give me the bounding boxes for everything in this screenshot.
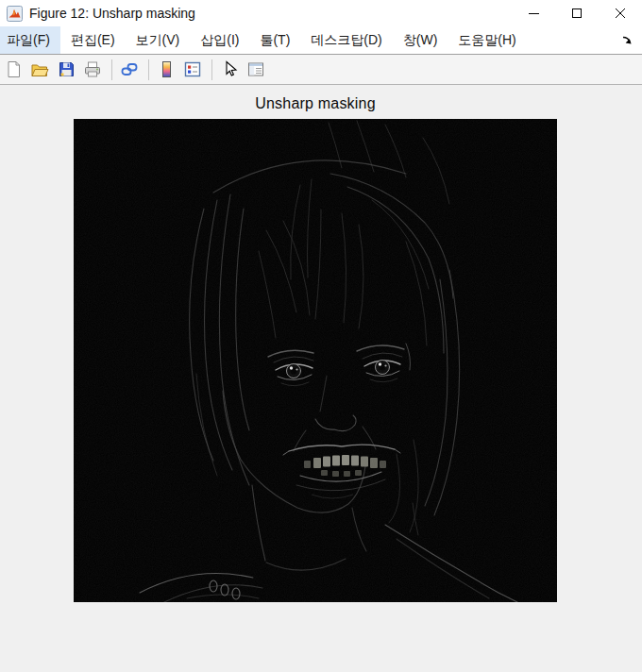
matlab-figure-window: Figure 12: Unsharp masking 파일(F) 편집(E) 보… — [0, 0, 642, 672]
new-figure-button[interactable] — [1, 58, 25, 82]
save-figure-button[interactable] — [54, 58, 78, 82]
arrow-cursor-icon — [221, 60, 239, 78]
insert-colorbar-button[interactable] — [154, 58, 178, 82]
dock-figure-button[interactable] — [621, 26, 634, 54]
matlab-logo-icon — [7, 6, 23, 22]
maximize-button[interactable] — [555, 0, 599, 26]
menu-view[interactable]: 보기(V) — [126, 26, 191, 54]
print-figure-button[interactable] — [80, 58, 105, 82]
figure-toolbar — [0, 55, 642, 85]
colorbar-icon — [158, 60, 176, 78]
insert-legend-button[interactable] — [180, 58, 205, 82]
menu-tools-label: 툴(T) — [260, 32, 290, 49]
printer-icon — [83, 60, 102, 78]
window-controls — [512, 0, 642, 26]
new-document-icon — [5, 60, 23, 78]
menu-window-label: 창(W) — [403, 32, 438, 49]
window-title: Figure 12: Unsharp masking — [29, 6, 195, 21]
toolbar-separator — [148, 59, 149, 80]
menu-tools[interactable]: 툴(T) — [249, 26, 300, 54]
edit-plot-button[interactable] — [217, 58, 242, 82]
menu-bar: 파일(F) 편집(E) 보기(V) 삽입(I) 툴(T) 데스크탑(D) 창(W… — [0, 26, 642, 55]
dock-figure-arrow-icon — [621, 34, 634, 46]
menu-window[interactable]: 창(W) — [393, 26, 448, 54]
link-plot-button[interactable] — [117, 58, 142, 82]
minimize-icon — [529, 13, 539, 14]
menu-insert[interactable]: 삽입(I) — [190, 26, 249, 54]
menu-view-label: 보기(V) — [136, 32, 180, 49]
close-button[interactable] — [599, 0, 642, 26]
show-plot-tools-button[interactable] — [244, 58, 268, 82]
plot-tools-panel-icon — [246, 60, 265, 78]
menu-file-label: 파일(F) — [7, 32, 50, 49]
open-file-button[interactable] — [27, 58, 52, 82]
menu-help-label: 도움말(H) — [458, 32, 515, 49]
menu-insert-label: 삽입(I) — [200, 32, 239, 49]
menu-desktop-label: 데스크탑(D) — [311, 32, 381, 49]
chain-link-icon — [120, 60, 139, 78]
close-icon — [615, 8, 626, 19]
unsharp-mask-image — [74, 119, 557, 602]
menu-file[interactable]: 파일(F) — [0, 26, 60, 54]
figure-canvas: Unsharp masking — [0, 85, 642, 672]
save-floppy-icon — [58, 60, 76, 78]
minimize-button[interactable] — [512, 0, 555, 26]
menu-edit[interactable]: 편집(E) — [60, 26, 126, 54]
unsharp-mask-artwork — [74, 119, 557, 602]
axes-title: Unsharp masking — [74, 95, 557, 112]
legend-icon — [183, 60, 202, 78]
menu-desktop[interactable]: 데스크탑(D) — [300, 26, 392, 54]
open-folder-icon — [30, 60, 49, 78]
title-bar[interactable]: Figure 12: Unsharp masking — [0, 0, 642, 26]
toolbar-separator — [111, 59, 112, 80]
menu-edit-label: 편집(E) — [71, 32, 115, 49]
maximize-icon — [572, 8, 582, 18]
toolbar-separator — [211, 59, 212, 80]
menu-help[interactable]: 도움말(H) — [448, 26, 526, 54]
